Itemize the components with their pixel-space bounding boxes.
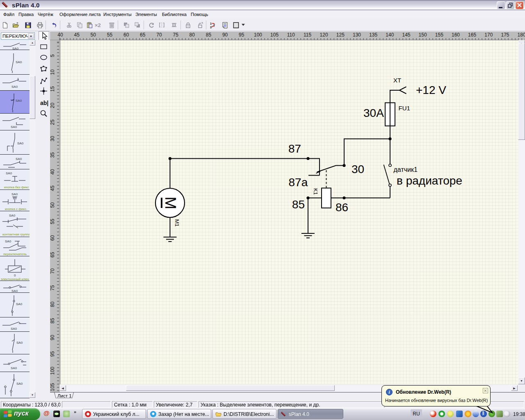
svg-text:M1: M1: [174, 219, 180, 227]
svg-text:86: 86: [336, 201, 348, 214]
svg-text:в радиаторе: в радиаторе: [397, 174, 462, 187]
svg-text:SA0: SA0: [11, 327, 17, 331]
svg-text:FU1: FU1: [399, 105, 410, 112]
svg-text:SA0: SA0: [11, 85, 18, 89]
svg-text:датчик1: датчик1: [394, 166, 418, 173]
svg-text:SA0: SA0: [11, 289, 18, 293]
svg-text:SA0: SA0: [16, 60, 22, 64]
svg-text:SA0: SA0: [16, 302, 23, 306]
svg-text:SA0: SA0: [5, 240, 11, 243]
svg-text:M: M: [162, 197, 179, 210]
svg-text:контактная группа: контактная группа: [2, 233, 30, 236]
svg-text:87: 87: [288, 142, 301, 155]
svg-text:SA0: SA0: [16, 382, 23, 386]
svg-text:SA0: SA0: [11, 192, 18, 196]
svg-text:XT: XT: [393, 77, 401, 84]
svg-text:1: 1: [210, 22, 212, 25]
svg-text:SA0: SA0: [6, 171, 12, 175]
svg-text:SA0: SA0: [16, 341, 23, 345]
svg-text:кнопка без фикс: кнопка без фикс: [4, 185, 29, 189]
svg-text:K1: K1: [313, 188, 319, 195]
svg-text:SA0: SA0: [17, 142, 24, 145]
svg-text:SA0: SA0: [16, 99, 22, 103]
svg-text:85: 85: [292, 198, 305, 211]
svg-text:SA0: SA0: [16, 157, 22, 161]
svg-text:SA0: SA0: [11, 125, 17, 129]
svg-text:кнопка с фикс.: кнопка с фикс.: [5, 207, 27, 211]
svg-text:электронный ключ: электронный ключ: [1, 277, 29, 281]
svg-text:SA0: SA0: [12, 47, 19, 50]
svg-text:SA0: SA0: [9, 214, 16, 217]
svg-text:+12 V: +12 V: [416, 84, 446, 96]
svg-text:SA0: SA0: [11, 366, 17, 370]
svg-text:30A: 30A: [363, 107, 384, 119]
svg-text:3: 3: [210, 26, 212, 29]
svg-text:87a: 87a: [289, 176, 308, 189]
svg-text:переключатель: переключатель: [3, 252, 27, 256]
svg-text:0: 0: [14, 274, 16, 277]
svg-text:30: 30: [352, 163, 364, 176]
